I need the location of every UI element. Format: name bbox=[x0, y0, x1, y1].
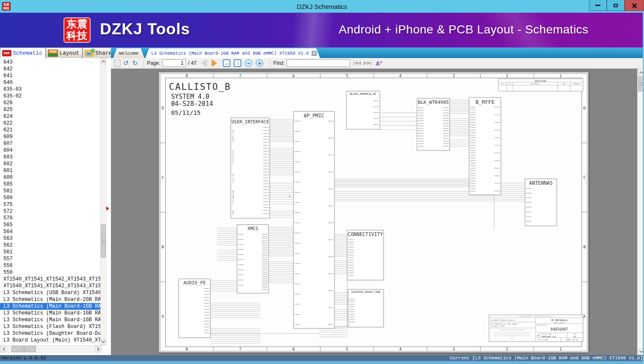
sidebar-item[interactable]: XT1540_XT1541_XT1542_XT1543_XT1544_XT1 bbox=[0, 283, 100, 289]
zoom-in-icon[interactable]: + bbox=[256, 59, 263, 67]
sidebar-item[interactable]: 609 bbox=[0, 133, 100, 140]
sidebar-scroll-thumb[interactable] bbox=[101, 225, 106, 258]
sidebar-item[interactable]: 581 bbox=[0, 188, 100, 195]
zone-column-label: 4 bbox=[399, 347, 401, 351]
maximize-button[interactable] bbox=[607, 0, 625, 11]
sidebar-item[interactable]: 635-03 bbox=[0, 86, 100, 93]
sidebar-item[interactable]: 641 bbox=[0, 72, 100, 79]
splitter-collapse-arrow[interactable] bbox=[106, 206, 109, 211]
fit-width-icon[interactable]: ↔ bbox=[223, 59, 230, 67]
sidebar-item[interactable]: 556 bbox=[0, 262, 100, 269]
sidebar-item[interactable]: 602 bbox=[0, 161, 100, 167]
sidebar-item[interactable]: XT1540_XT1541_XT1542_XT1543_XT1544_XT1 bbox=[0, 276, 100, 283]
sidebar-item[interactable]: 564 bbox=[0, 228, 100, 235]
sidebar-item[interactable]: 561 bbox=[0, 249, 100, 256]
sidebar-item[interactable]: L3 Schematics (Daughter Board-Dual SIM bbox=[0, 330, 100, 337]
sidebar-item[interactable]: L3 Board Layout (Main) XT1540_XT1541_X bbox=[0, 337, 100, 344]
sidebar-item[interactable]: 643 bbox=[0, 59, 100, 66]
sidebar-item[interactable]: 635-02 bbox=[0, 93, 100, 100]
window-bottom-edge bbox=[0, 361, 644, 364]
zone-column-label: 8 bbox=[185, 74, 188, 78]
sidebar-item[interactable]: L3 Schematics (Main Board-1GB RAM and bbox=[0, 303, 100, 310]
sidebar-item[interactable]: 600 bbox=[0, 174, 100, 181]
rotate-left-icon[interactable]: ↺ bbox=[122, 59, 130, 67]
sidebar-hscroll-thumb[interactable] bbox=[11, 346, 36, 352]
close-button[interactable] bbox=[625, 0, 644, 11]
sidebar-item[interactable]: 642 bbox=[0, 66, 100, 72]
zone-column-label: 6 bbox=[293, 347, 295, 351]
sidebar-item[interactable]: 625 bbox=[0, 106, 100, 113]
sidebar-item[interactable]: L3 Schematics (Main Board-2GB RAM and bbox=[0, 296, 100, 303]
sidebar-item[interactable]: 570 bbox=[0, 215, 100, 222]
find-input[interactable] bbox=[287, 59, 350, 67]
sidebar-item[interactable]: 575 bbox=[0, 201, 100, 208]
schematic-viewer[interactable]: 8877665544332211DDCCBBAACALLISTO_BSYSTEM… bbox=[111, 69, 644, 355]
scroll-left-icon[interactable] bbox=[0, 346, 7, 352]
sidebar-item[interactable]: 580 bbox=[0, 195, 100, 201]
modified-by: LAST MODIFIED BY: NATE CONNELL bbox=[491, 323, 518, 325]
tab-schematic[interactable]: PDF Schematic bbox=[0, 47, 46, 58]
sidebar-item[interactable]: 557 bbox=[0, 256, 100, 262]
sidebar-item[interactable]: L3 Schematics (Flash Board) XT1540_XT1 bbox=[0, 323, 100, 330]
sidebar-item[interactable]: 622 bbox=[0, 120, 100, 127]
app-name: DZKJ Tools bbox=[100, 20, 190, 38]
scroll-right-icon[interactable] bbox=[95, 346, 101, 352]
sidebar-item[interactable]: 601 bbox=[0, 167, 100, 174]
sidebar-item[interactable]: 621 bbox=[0, 127, 100, 133]
previous-page-icon[interactable] bbox=[202, 60, 207, 67]
sidebar-item[interactable]: 572 bbox=[0, 208, 100, 215]
revisions-column: DATE bbox=[501, 83, 504, 85]
sidebar-item[interactable]: 563 bbox=[0, 235, 100, 242]
block-label: AUDIO_FE bbox=[183, 280, 206, 286]
sidebar-item[interactable]: L3 Schematics (Main Board-1GB RAM and bbox=[0, 310, 100, 317]
sidebar-item[interactable]: 624 bbox=[0, 113, 100, 120]
find-next-icon[interactable] bbox=[364, 61, 371, 65]
sidebar-item[interactable]: L3 Schematics (USB Board) XT1540_XT154 bbox=[0, 289, 100, 296]
brand-logo: Ⓜ MOTOROLA bbox=[551, 319, 568, 322]
sidebar-item[interactable]: 603 bbox=[0, 154, 100, 161]
sidebar-item[interactable]: 562 bbox=[0, 242, 100, 249]
sidebar-horizontal-scrollbar[interactable] bbox=[0, 345, 102, 353]
revisions-column: APPROVED bbox=[573, 83, 580, 85]
scroll-down-icon[interactable] bbox=[101, 339, 106, 345]
page-number-input[interactable] bbox=[162, 59, 186, 67]
scroll-up-icon[interactable] bbox=[101, 58, 106, 64]
share-plus-icon: + bbox=[91, 49, 95, 53]
sidebar-item[interactable]: 604 bbox=[0, 147, 100, 154]
revisions-column: CR bbox=[509, 83, 511, 85]
sidebar-vertical-scrollbar[interactable] bbox=[100, 58, 106, 345]
rev-value: 01 bbox=[574, 336, 576, 338]
sidebar-item[interactable]: 640 bbox=[0, 79, 100, 86]
schematic-block-AP_PMIC: AP_PMIC bbox=[293, 111, 334, 328]
doc-tab-welcome[interactable]: Welcome bbox=[113, 48, 144, 58]
find-previous-icon[interactable] bbox=[354, 61, 361, 65]
schematic-system: SYSTEM 4.0 bbox=[171, 93, 209, 100]
current-document-text: Current [L3 Schematics (Main Board-1GB R… bbox=[450, 356, 643, 361]
sidebar-item[interactable]: 565 bbox=[0, 222, 100, 228]
match-case-icon[interactable]: Aa bbox=[376, 60, 382, 67]
tab-schematic-label: Schematic bbox=[13, 50, 42, 56]
sidebar-item[interactable]: 607 bbox=[0, 140, 100, 147]
zoom-out-icon[interactable]: − bbox=[245, 59, 252, 67]
sidebar-item[interactable]: 585 bbox=[0, 181, 100, 188]
schematic-block-USER_INTERFACE: USER_INTERFACE bbox=[231, 118, 270, 218]
minimize-button[interactable] bbox=[589, 0, 607, 11]
fit-page-icon[interactable]: ↕ bbox=[234, 59, 241, 67]
sidebar-item[interactable]: 626 bbox=[0, 100, 100, 106]
zone-column-label: 2 bbox=[506, 347, 508, 351]
doc-tab-active[interactable]: L3 Schematics (Main Board-1GB RAM and 8G… bbox=[145, 48, 320, 58]
legal-note: MOTOROLA CONFIDENTIAL PROPRIETARY bbox=[500, 329, 525, 331]
sidebar-item[interactable]: L3 Schematics (Main Board-1GB RAM and bbox=[0, 317, 100, 323]
tab-layout[interactable]: PADS Layout bbox=[46, 47, 83, 58]
ui-section-label: KEYS/LEDS bbox=[232, 173, 234, 183]
zone-row-label: B bbox=[162, 245, 164, 249]
tab-share[interactable]: + Share bbox=[83, 47, 115, 58]
rotate-right-icon[interactable]: ↻ bbox=[131, 59, 139, 67]
snapshot-icon[interactable] bbox=[114, 60, 120, 67]
doc-tab-active-label: L3 Schematics (Main Board-1GB RAM and 8G… bbox=[151, 51, 309, 56]
next-page-icon[interactable] bbox=[212, 60, 217, 67]
schematic-drawing: 8877665544332211DDCCBBAACALLISTO_BSYSTEM… bbox=[159, 72, 589, 353]
schematic-block-B_RFFE: B_RFFE bbox=[469, 97, 501, 195]
doc-tab-close-icon[interactable]: x bbox=[312, 51, 317, 56]
sidebar-item[interactable]: 550 bbox=[0, 269, 100, 276]
